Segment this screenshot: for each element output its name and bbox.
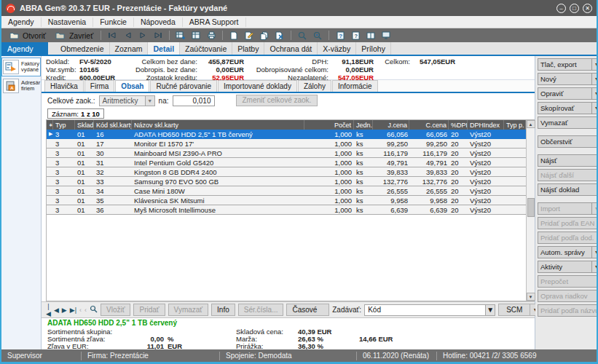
row-search-icon[interactable] [90,305,98,314]
col-dph[interactable]: %DPH [449,120,468,130]
col-nazov[interactable]: Názov skl.karty [132,120,304,130]
new-document-icon[interactable] [227,30,240,41]
prev-record-icon[interactable] [121,30,134,41]
tab-detail[interactable]: Detail [148,42,180,55]
pridat-button[interactable]: Pridať [133,304,165,316]
opravit-button[interactable]: Opraviť▼ [538,87,598,100]
menu-abra-support[interactable]: ABRA Support [183,17,246,27]
scroll-up-icon[interactable]: ▲ [527,120,535,128]
col-jcena[interactable]: J.cena [373,120,409,130]
tab-zoznam[interactable]: Zoznam [110,42,149,55]
tlac-export-button[interactable]: Tlač, export▼ [538,58,598,71]
import-button[interactable]: Import▼ [538,202,598,215]
select-all-icon[interactable]: ∗ [47,120,53,130]
chevron-down-icon[interactable]: ▼ [592,261,598,273]
tab-ru-n-p-rovanie[interactable]: Ručné párovanie [150,80,217,92]
pridat-podla-ean-button[interactable]: Pridať podľa EAN [538,217,598,229]
next-record-icon[interactable] [136,30,149,41]
search-next-icon[interactable] [311,30,324,41]
tab-pr-lohy[interactable]: Prílohy [356,42,391,55]
najst-doklad-button[interactable]: Nájsť doklad [538,183,598,196]
menu-nastavenia[interactable]: Nastavenia [42,17,94,27]
obcerstvit-button[interactable]: Občerstviť [538,135,598,148]
col-kod[interactable]: Kód skl.karty [94,120,132,130]
minimize-button[interactable]: – [556,4,566,13]
first-row-icon[interactable]: |◀ [46,303,51,317]
rounding-value-input[interactable]: 0,010 [173,95,215,106]
skopirovat-button[interactable]: Skopírovať▼ [538,102,598,114]
manual-icon[interactable] [364,30,377,41]
ser-cisla-button[interactable]: Sér.čísla... [238,304,284,316]
tab-inform-cie[interactable]: Informácie [332,80,378,92]
novy-button[interactable]: Nový▼ [538,73,598,85]
tab-za-tovanie[interactable]: Zaúčtovanie [180,42,232,55]
table-row[interactable]: 30134Case Mini 180W1,000ks26,55526,55520… [47,186,526,196]
aktivity-button[interactable]: Aktivity▼ [538,261,598,273]
table-icon[interactable] [189,30,202,41]
table-row[interactable]: 30135Klávesnica SK Mitsumi1,000ks9,9589,… [47,196,526,205]
table-row[interactable]: 30136Myš Microsoft Intellimouse1,000ks6,… [47,205,526,215]
tab-importovan-doklady[interactable]: Importované doklady [218,80,297,92]
menu-funkcie[interactable]: Funkcie [93,17,134,27]
menu-napoveda[interactable]: Nápoveda [134,17,183,27]
next-group-icon[interactable]: ‹ [84,306,87,314]
chevron-down-icon[interactable]: ▼ [592,202,598,215]
table-row[interactable]: 30132Kingston 8 GB DDR4 24001,000ks39,83… [47,167,526,177]
sidebar-item-adresar-firiem[interactable]: A Adresár firiem [1,76,41,95]
col-dphindex[interactable]: DPHIndex [468,120,504,130]
copy-document-icon[interactable] [258,30,271,41]
col-ccena[interactable]: C.cena [409,120,449,130]
chevron-down-icon[interactable]: ▼ [592,246,598,258]
search-icon[interactable] [296,30,309,41]
table-row[interactable]: 30131Intel Pentium Gold G54201,000ks49,7… [47,158,526,167]
tab-hlavi-ka[interactable]: Hlavička [44,80,84,92]
tab-ochrana-d-t[interactable]: Ochrana dát [264,42,318,55]
last-row-icon[interactable]: ▶| [70,306,76,314]
scroll-thumb[interactable] [527,198,535,217]
table-row[interactable]: 30117Monitor EI 1570 17'1,000ks99,25099,… [47,139,526,149]
open-agenda-button[interactable]: Otvoriť [4,29,49,41]
close-agenda-button[interactable]: Zavrieť [51,29,96,41]
change-rounding-button[interactable]: Zmeniť celkové zaok. [236,95,318,106]
prev-row-icon[interactable]: ◀ [54,306,59,314]
next-row-icon[interactable]: ▶ [62,306,67,314]
tab-z-lohy[interactable]: Zálohy [298,80,331,92]
table-scrollbar[interactable]: ▲ ▼ [526,120,535,301]
sidebar-item-faktury-vydane[interactable]: Faktúry vydané [1,58,41,76]
najst-dalsi-button[interactable]: Nájsť ďalší [538,169,598,181]
edit-document-icon[interactable] [243,30,256,41]
col-jedn[interactable]: Jedn. [354,120,373,130]
col-sklad[interactable]: Sklad [75,120,94,130]
autom-spravy-button[interactable]: Autom. správy▼ [538,246,598,258]
vymazat-button[interactable]: Vymazať [538,116,598,129]
pridat-podla-nazvu-button[interactable]: Pridať podľa názvu [538,304,598,317]
table-row[interactable]: 30130Mainboard MSI Z390-A PRO1,000ks116,… [47,149,526,158]
tab-obsah[interactable]: Obsah [115,80,149,92]
last-record-icon[interactable] [152,30,165,41]
maximize-button[interactable]: □ [570,4,579,13]
info-button[interactable]: Info [211,304,235,316]
col-typ[interactable]: Typ [53,120,75,130]
first-record-icon[interactable] [106,30,119,41]
tab-obmedzenie[interactable]: Obmedzenie [55,42,110,55]
col-pocet[interactable]: Počet [304,120,354,130]
print-icon[interactable] [205,30,218,41]
entry-mode-select[interactable]: Kód ▼ [364,304,495,316]
table-row[interactable]: 30133Samsung 970 EVO 500 GB1,000ks132,77… [47,177,526,186]
menu-agendy[interactable]: Agendy [1,17,42,27]
prev-group-icon[interactable]: ‹ [79,306,82,314]
vlozit-button[interactable]: Vložiť [101,304,130,316]
tab-firma[interactable]: Firma [84,80,115,92]
pridat-podla-dod-button[interactable]: Pridať podľa dod. [538,232,598,244]
delete-document-icon[interactable] [273,30,286,41]
chevron-down-icon[interactable]: ▼ [592,102,598,114]
col-typp[interactable]: Typ p. [504,120,526,130]
scm-button[interactable]: SCM [498,304,530,316]
tab-x-v-zby[interactable]: X-väzby [318,42,356,55]
najst-button[interactable]: Nájsť [538,154,598,167]
support-remote-icon[interactable] [379,30,393,41]
casove-rozlisenie-button[interactable]: Časové rozlíšenie [286,304,329,316]
rounding-method-select[interactable]: Aritmeticky ▼ [99,95,155,106]
close-button[interactable]: ✕ [583,4,592,13]
chevron-down-icon[interactable]: ▼ [592,73,598,85]
